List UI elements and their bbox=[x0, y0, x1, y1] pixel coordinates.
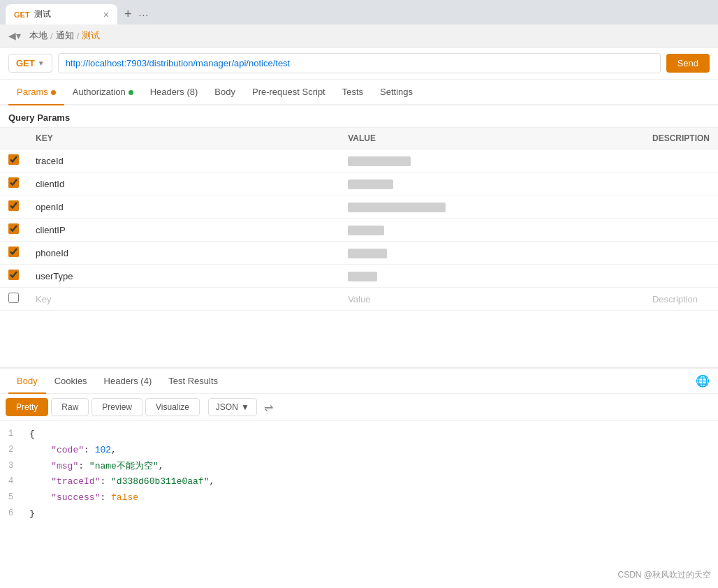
json-content-2: "code": 102, bbox=[29, 443, 117, 458]
row-key-usertype[interactable]: userType bbox=[27, 265, 339, 288]
preview-button[interactable]: Preview bbox=[91, 398, 142, 416]
row-key-openid[interactable]: openId bbox=[27, 196, 339, 219]
line-num-2: 2 bbox=[8, 443, 29, 458]
active-tab[interactable]: GET 测试 × bbox=[6, 4, 117, 24]
breadcrumb-sep-1: / bbox=[50, 31, 53, 41]
col-value-header: VALUE bbox=[339, 128, 644, 149]
json-content-3: "msg": "name不能为空", bbox=[29, 460, 163, 474]
row-checkbox-clientid[interactable] bbox=[8, 177, 19, 188]
line-num-3: 3 bbox=[8, 460, 29, 474]
tab-title: 测试 bbox=[34, 8, 99, 20]
line-num-4: 4 bbox=[8, 475, 29, 490]
row-key-placeholder[interactable]: Key bbox=[27, 288, 339, 311]
json-line-3: 3 "msg": "name不能为空", bbox=[0, 459, 718, 475]
visualize-button[interactable]: Visualize bbox=[145, 398, 200, 416]
params-table: KEY VALUE DESCRIPTION traceId clientId bbox=[0, 127, 718, 311]
address-bar: ◀▾ 本地 / 通知 / 测试 bbox=[0, 24, 718, 47]
row-checkbox-traceid[interactable] bbox=[8, 154, 19, 165]
nav-back-button[interactable]: ◀▾ bbox=[6, 29, 24, 43]
breadcrumb-item-notice[interactable]: 通知 bbox=[56, 29, 74, 42]
tab-bar: GET 测试 × + ··· bbox=[0, 0, 718, 24]
pretty-button[interactable]: Pretty bbox=[6, 398, 48, 416]
row-key-traceid[interactable]: traceId bbox=[27, 149, 339, 172]
row-checkbox-new[interactable] bbox=[8, 293, 19, 303]
request-tabs-bar: Params Authorization Headers (8) Body Pr… bbox=[0, 80, 718, 105]
json-line-6: 6 } bbox=[0, 506, 718, 522]
response-tab-cookies[interactable]: Cookies bbox=[46, 369, 96, 393]
json-line-4: 4 "traceId": "d338d60b311e0aaf", bbox=[0, 474, 718, 490]
method-label: GET bbox=[16, 58, 35, 68]
line-num-5: 5 bbox=[8, 491, 29, 506]
filter-icon[interactable]: ⇌ bbox=[264, 401, 273, 414]
json-content-5: "success": false bbox=[29, 491, 138, 506]
url-input[interactable] bbox=[58, 53, 661, 73]
table-row: phoneId bbox=[0, 242, 718, 265]
json-viewer: 1 { 2 "code": 102, 3 "msg": "name不能为空", … bbox=[0, 421, 718, 528]
tab-params[interactable]: Params bbox=[8, 80, 64, 104]
response-tabs-bar: Body Cookies Headers (4) Test Results 🌐 bbox=[0, 369, 718, 394]
table-row-placeholder: Key Value Description bbox=[0, 288, 718, 311]
row-desc-clientip[interactable] bbox=[644, 219, 718, 242]
method-select[interactable]: GET ▼ bbox=[8, 54, 52, 73]
table-row: clientId bbox=[0, 172, 718, 196]
row-value-phoneid[interactable] bbox=[339, 242, 644, 265]
globe-icon[interactable]: 🌐 bbox=[696, 374, 710, 388]
pretty-toolbar: Pretty Raw Preview Visualize JSON ▼ ⇌ bbox=[0, 394, 718, 421]
json-line-2: 2 "code": 102, bbox=[0, 443, 718, 459]
format-arrow-icon: ▼ bbox=[241, 402, 249, 412]
tab-body[interactable]: Body bbox=[206, 80, 244, 104]
table-row: openId bbox=[0, 196, 718, 219]
row-checkbox-phoneid[interactable] bbox=[8, 247, 19, 257]
row-value-clientid[interactable] bbox=[339, 172, 644, 196]
row-desc-placeholder[interactable]: Description bbox=[644, 288, 718, 311]
breadcrumb-item-test[interactable]: 测试 bbox=[82, 29, 100, 42]
format-select[interactable]: JSON ▼ bbox=[208, 398, 257, 416]
row-desc-clientid[interactable] bbox=[644, 172, 718, 196]
tab-prerequest[interactable]: Pre-request Script bbox=[244, 80, 334, 104]
row-value-traceid[interactable] bbox=[339, 149, 644, 172]
row-checkbox-clientip[interactable] bbox=[8, 223, 19, 234]
new-tab-button[interactable]: + bbox=[119, 7, 138, 22]
table-row: traceId bbox=[0, 149, 718, 172]
col-desc-header: DESCRIPTION bbox=[644, 128, 718, 149]
request-bar: GET ▼ Send bbox=[0, 47, 718, 80]
send-button[interactable]: Send bbox=[666, 54, 710, 73]
row-key-clientid[interactable]: clientId bbox=[27, 172, 339, 196]
breadcrumb-item-local[interactable]: 本地 bbox=[29, 29, 47, 42]
json-line-5: 5 "success": false bbox=[0, 490, 718, 506]
row-desc-traceid[interactable] bbox=[644, 149, 718, 172]
method-arrow-icon: ▼ bbox=[38, 59, 45, 67]
response-tab-headers[interactable]: Headers (4) bbox=[96, 369, 161, 393]
col-checkbox-header bbox=[0, 128, 27, 149]
json-line-1: 1 { bbox=[0, 427, 718, 443]
row-checkbox-usertype[interactable] bbox=[8, 270, 19, 280]
tab-tests[interactable]: Tests bbox=[334, 80, 372, 104]
table-row: clientIP bbox=[0, 219, 718, 242]
row-checkbox-openid[interactable] bbox=[8, 200, 19, 211]
row-key-clientip[interactable]: clientIP bbox=[27, 219, 339, 242]
main-content: Query Params KEY VALUE DESCRIPTION trace… bbox=[0, 105, 718, 367]
row-value-placeholder[interactable]: Value bbox=[339, 288, 644, 311]
breadcrumb-sep-2: / bbox=[77, 31, 80, 41]
response-tab-body[interactable]: Body bbox=[8, 369, 46, 393]
col-key-header: KEY bbox=[27, 128, 339, 149]
row-desc-usertype[interactable] bbox=[644, 265, 718, 288]
spacer bbox=[0, 311, 718, 367]
tab-more-icon[interactable]: ··· bbox=[139, 9, 149, 20]
row-value-clientip[interactable] bbox=[339, 219, 644, 242]
row-value-openid[interactable] bbox=[339, 196, 644, 219]
breadcrumb: 本地 / 通知 / 测试 bbox=[29, 29, 100, 42]
table-row: userType bbox=[0, 265, 718, 288]
json-brace-open: { bbox=[29, 427, 35, 442]
tab-close-icon[interactable]: × bbox=[103, 9, 109, 20]
row-desc-phoneid[interactable] bbox=[644, 242, 718, 265]
tab-headers[interactable]: Headers (8) bbox=[142, 80, 207, 104]
row-key-phoneid[interactable]: phoneId bbox=[27, 242, 339, 265]
tab-settings[interactable]: Settings bbox=[372, 80, 421, 104]
json-brace-close: } bbox=[29, 507, 35, 522]
row-value-usertype[interactable] bbox=[339, 265, 644, 288]
response-tab-testresults[interactable]: Test Results bbox=[160, 369, 226, 393]
row-desc-openid[interactable] bbox=[644, 196, 718, 219]
tab-authorization[interactable]: Authorization bbox=[64, 80, 142, 104]
raw-button[interactable]: Raw bbox=[51, 398, 89, 416]
